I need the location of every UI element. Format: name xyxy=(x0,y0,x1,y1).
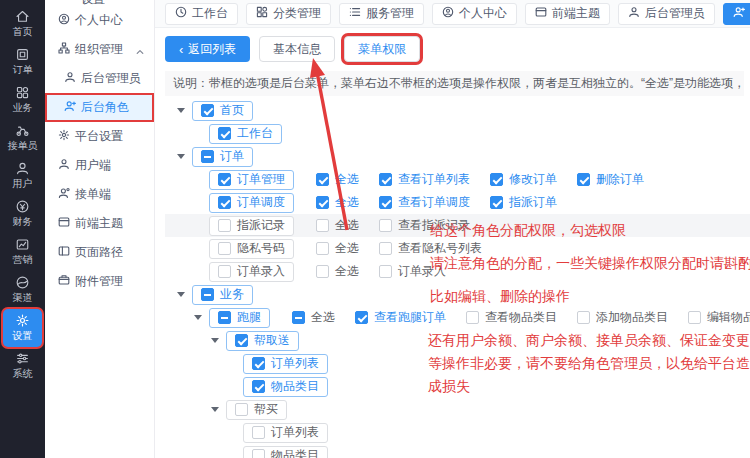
menu-node-指派记录[interactable]: 指派记录 xyxy=(209,216,294,236)
tree-expand-caret[interactable] xyxy=(177,292,185,297)
checkbox[interactable] xyxy=(577,173,590,186)
submenu-item-4[interactable]: 后台角色 xyxy=(45,93,154,122)
operation-option[interactable]: 编辑物品类目 xyxy=(688,309,750,326)
open-tab-7[interactable]: 后台角色× xyxy=(723,3,750,25)
open-tab-2[interactable]: 分类管理 xyxy=(246,3,331,25)
menu-node-物品类目[interactable]: 物品类目 xyxy=(243,377,328,397)
submenu-item-7[interactable]: 接单端 xyxy=(45,180,154,209)
checkbox[interactable] xyxy=(201,104,214,117)
tree-expand-caret[interactable] xyxy=(194,315,202,320)
operation-option[interactable]: 修改订单 xyxy=(490,171,557,188)
operation-option[interactable]: 添加物品类目 xyxy=(577,309,668,326)
submenu-item-10[interactable]: 附件管理 xyxy=(45,267,154,296)
operation-option[interactable]: 全选 xyxy=(316,171,359,188)
tree-expand-caret[interactable] xyxy=(177,108,185,113)
menu-node-隐私号码[interactable]: 隐私号码 xyxy=(209,239,294,259)
checkbox[interactable] xyxy=(379,219,392,232)
checkbox[interactable] xyxy=(577,311,590,324)
submenu-item-2[interactable]: 组织管理 xyxy=(45,35,154,64)
checkbox[interactable] xyxy=(292,311,305,324)
checkbox[interactable] xyxy=(218,265,231,278)
checkbox[interactable] xyxy=(218,311,231,324)
tree-expand-caret[interactable] xyxy=(211,338,219,343)
open-tab-5[interactable]: 前端主题 xyxy=(525,3,610,25)
submenu-item-3[interactable]: 后台管理员 xyxy=(45,64,154,93)
back-to-list-button[interactable]: ‹ 返回列表 xyxy=(165,36,250,62)
checkbox[interactable] xyxy=(218,242,231,255)
operation-option[interactable]: 查看跑腿订单 xyxy=(355,309,446,326)
menu-node-物品类目[interactable]: 物品类目 xyxy=(243,446,328,458)
checkbox[interactable] xyxy=(252,426,265,439)
rail-item-1[interactable]: 首页 xyxy=(0,5,45,43)
menu-node-订单管理[interactable]: 订单管理 xyxy=(209,170,294,190)
open-tab-3[interactable]: 服务管理 xyxy=(339,3,424,25)
checkbox[interactable] xyxy=(466,311,479,324)
checkbox[interactable] xyxy=(201,288,214,301)
menu-node-跑腿[interactable]: 跑腿 xyxy=(209,308,270,328)
rail-item-7[interactable]: 营销 xyxy=(0,233,45,271)
open-tab-1[interactable]: 工作台 xyxy=(165,3,238,25)
menu-node-订单调度[interactable]: 订单调度 xyxy=(209,193,294,213)
checkbox[interactable] xyxy=(490,196,503,209)
checkbox[interactable] xyxy=(252,380,265,393)
rail-item-6[interactable]: 财务 xyxy=(0,195,45,233)
operation-option[interactable]: 查看物品类目 xyxy=(466,309,557,326)
menu-node-帮取送[interactable]: 帮取送 xyxy=(226,331,299,351)
operation-option[interactable]: 全选 xyxy=(316,217,359,234)
checkbox[interactable] xyxy=(316,265,329,278)
rail-item-10[interactable]: 系统 xyxy=(0,347,45,385)
menu-node-业务[interactable]: 业务 xyxy=(192,285,253,305)
operation-option[interactable]: 查看指派记录 xyxy=(379,217,470,234)
checkbox[interactable] xyxy=(218,173,231,186)
tab-menu-permissions[interactable]: 菜单权限 xyxy=(344,36,420,62)
checkbox[interactable] xyxy=(316,173,329,186)
open-tab-6[interactable]: 后台管理员 xyxy=(618,3,715,25)
open-tab-4[interactable]: 个人中心 xyxy=(432,3,517,25)
tree-expand-caret[interactable] xyxy=(211,407,219,412)
submenu-item-6[interactable]: 用户端 xyxy=(45,151,154,180)
operation-option[interactable]: 订单录入 xyxy=(379,263,446,280)
checkbox[interactable] xyxy=(379,265,392,278)
operation-option[interactable]: 全选 xyxy=(292,309,335,326)
submenu-item-8[interactable]: 前端主题 xyxy=(45,209,154,238)
rail-item-2[interactable]: 订单 xyxy=(0,43,45,81)
checkbox[interactable] xyxy=(316,196,329,209)
checkbox[interactable] xyxy=(201,150,214,163)
checkbox[interactable] xyxy=(688,311,701,324)
checkbox[interactable] xyxy=(252,357,265,370)
menu-node-订单[interactable]: 订单 xyxy=(192,147,253,167)
checkbox[interactable] xyxy=(218,196,231,209)
rail-item-8[interactable]: 渠道 xyxy=(0,271,45,309)
menu-node-帮买[interactable]: 帮买 xyxy=(226,400,287,420)
operation-option[interactable]: 全选 xyxy=(316,194,359,211)
menu-node-订单列表[interactable]: 订单列表 xyxy=(243,354,328,374)
checkbox[interactable] xyxy=(379,173,392,186)
rail-item-9[interactable]: 设置 xyxy=(3,309,42,347)
menu-node-订单列表[interactable]: 订单列表 xyxy=(243,423,328,443)
checkbox[interactable] xyxy=(490,173,503,186)
submenu-item-9[interactable]: 页面路径 xyxy=(45,238,154,267)
operation-option[interactable]: 指派订单 xyxy=(490,194,557,211)
tree-expand-caret[interactable] xyxy=(177,154,185,159)
checkbox[interactable] xyxy=(316,219,329,232)
operation-option[interactable]: 查看隐私号列表 xyxy=(379,240,482,257)
checkbox[interactable] xyxy=(379,242,392,255)
operation-option[interactable]: 全选 xyxy=(316,240,359,257)
checkbox[interactable] xyxy=(218,127,231,140)
rail-item-3[interactable]: 业务 xyxy=(0,81,45,119)
operation-option[interactable]: 全选 xyxy=(316,263,359,280)
submenu-item-5[interactable]: 平台设置 xyxy=(45,122,154,151)
checkbox[interactable] xyxy=(218,219,231,232)
operation-option[interactable]: 查看订单调度 xyxy=(379,194,470,211)
operation-option[interactable]: 查看订单列表 xyxy=(379,171,470,188)
menu-node-订单录入[interactable]: 订单录入 xyxy=(209,262,294,282)
tab-basic-info[interactable]: 基本信息 xyxy=(259,36,335,62)
rail-item-4[interactable]: 接单员 xyxy=(0,119,45,157)
rail-item-5[interactable]: 用户 xyxy=(0,157,45,195)
checkbox[interactable] xyxy=(355,311,368,324)
checkbox[interactable] xyxy=(235,403,248,416)
operation-option[interactable]: 删除订单 xyxy=(577,171,644,188)
checkbox[interactable] xyxy=(316,242,329,255)
checkbox[interactable] xyxy=(235,334,248,347)
checkbox[interactable] xyxy=(379,196,392,209)
